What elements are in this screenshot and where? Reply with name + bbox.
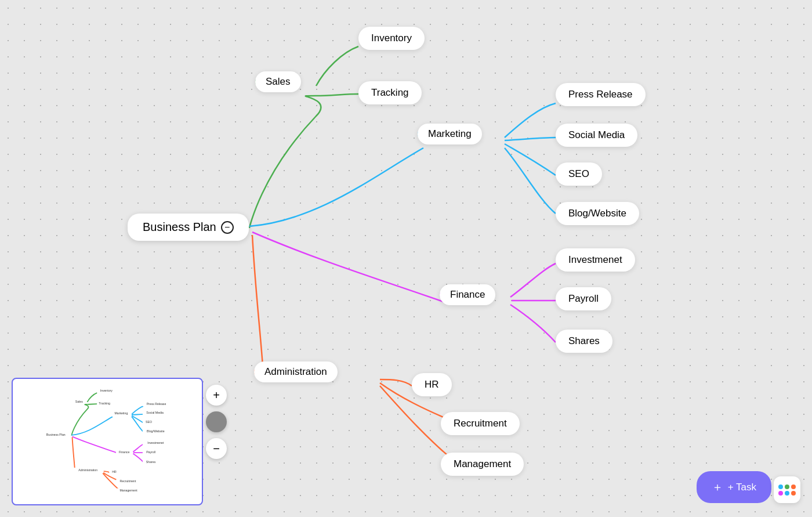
- press-release-label: Press Release: [568, 89, 633, 100]
- grid-icon: [778, 485, 796, 496]
- recruitment-node[interactable]: Recruitment: [441, 412, 520, 435]
- administration-label: Administration: [264, 366, 327, 377]
- finance-node[interactable]: Finance: [440, 284, 495, 305]
- svg-text:Tracking: Tracking: [99, 402, 110, 405]
- recruitment-label: Recruitment: [454, 418, 507, 429]
- business-plan-label: Business Plan: [143, 220, 216, 234]
- marketing-node-container: Marketing −: [418, 128, 430, 140]
- seo-label: SEO: [568, 168, 589, 179]
- inventory-node[interactable]: Inventory: [358, 27, 425, 50]
- shares-label: Shares: [568, 335, 600, 346]
- inventory-label: Inventory: [371, 32, 412, 44]
- finance-label: Finance: [450, 289, 485, 300]
- svg-text:HR: HR: [112, 470, 117, 473]
- business-plan-node[interactable]: Business Plan −: [128, 214, 249, 241]
- seo-node[interactable]: SEO: [556, 162, 602, 186]
- svg-text:Finance: Finance: [119, 450, 130, 454]
- svg-text:Marketing: Marketing: [115, 411, 128, 415]
- svg-text:Recruitment: Recruitment: [120, 479, 136, 483]
- tracking-label: Tracking: [371, 87, 409, 98]
- zoom-in-button[interactable]: +: [206, 385, 227, 406]
- hr-label: HR: [425, 379, 439, 390]
- press-release-node[interactable]: Press Release: [556, 83, 646, 106]
- svg-text:Inventory: Inventory: [100, 389, 113, 392]
- management-node[interactable]: Management: [441, 453, 524, 476]
- grid-view-button[interactable]: [774, 476, 800, 503]
- svg-text:Blog/Website: Blog/Website: [147, 429, 165, 433]
- social-media-label: Social Media: [568, 129, 625, 140]
- tracking-node[interactable]: Tracking: [358, 81, 422, 104]
- finance-node-container: Finance −: [440, 288, 452, 301]
- marketing-label: Marketing: [428, 128, 472, 139]
- svg-text:Business Plan: Business Plan: [46, 433, 66, 436]
- business-plan-collapse[interactable]: −: [221, 221, 234, 234]
- svg-text:Social Media: Social Media: [146, 411, 164, 414]
- zoom-controls: + −: [206, 385, 227, 459]
- svg-text:SEO: SEO: [146, 420, 152, 424]
- task-button-label: + Task: [728, 482, 756, 493]
- svg-text:Press Release: Press Release: [147, 402, 166, 406]
- investmenet-label: Investmenet: [568, 254, 622, 265]
- svg-text:Management: Management: [120, 489, 138, 492]
- svg-text:Sales: Sales: [75, 400, 83, 403]
- sales-node[interactable]: Sales: [255, 71, 301, 92]
- social-media-node[interactable]: Social Media: [556, 124, 637, 147]
- administration-node-container: Administration −: [254, 366, 267, 378]
- svg-text:Investmenet: Investmenet: [147, 441, 164, 444]
- investmenet-node[interactable]: Investmenet: [556, 248, 635, 272]
- sales-node-container: Sales −: [255, 75, 268, 88]
- svg-text:Shares: Shares: [146, 460, 156, 464]
- sales-label: Sales: [266, 76, 291, 87]
- minimap: Inventory Tracking Sales Marketing Busin…: [12, 378, 203, 505]
- blog-website-node[interactable]: Blog/Website: [556, 202, 639, 225]
- zoom-fit-button[interactable]: [206, 411, 227, 432]
- zoom-out-button[interactable]: −: [206, 438, 227, 459]
- blog-website-label: Blog/Website: [568, 208, 626, 219]
- hr-node[interactable]: HR: [412, 373, 452, 396]
- management-label: Management: [454, 458, 511, 469]
- marketing-node[interactable]: Marketing: [418, 124, 482, 144]
- task-button-icon: ＋: [712, 479, 723, 495]
- shares-node[interactable]: Shares: [556, 330, 612, 353]
- payroll-node[interactable]: Payroll: [556, 287, 611, 310]
- svg-text:Payroll: Payroll: [146, 450, 155, 454]
- svg-text:Administration: Administration: [78, 468, 97, 472]
- administration-node[interactable]: Administration: [254, 361, 338, 382]
- add-task-button[interactable]: ＋ + Task: [697, 471, 771, 503]
- payroll-label: Payroll: [568, 293, 599, 304]
